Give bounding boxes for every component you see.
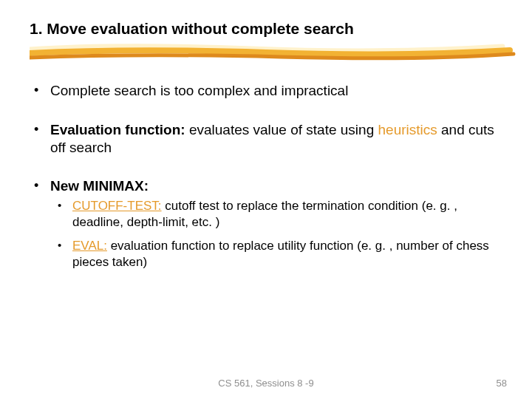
eval-sub-rest: evaluation function to replace utility f… [72, 239, 489, 269]
slide: 1. Move evaluation without complete sear… [0, 0, 532, 399]
minimax-label: New MINIMAX: [50, 178, 149, 194]
stripe-svg [30, 42, 517, 64]
bullet-complete-search: Complete search is too complex and impra… [30, 82, 502, 100]
eval-lead: Evaluation function: [50, 122, 185, 137]
bullet-text: Complete search is too complex and impra… [50, 83, 348, 98]
bullet-evaluation-function: Evaluation function: evaluates value of … [30, 121, 502, 157]
bullet-new-minimax: New MINIMAX: [30, 177, 502, 195]
slide-title: 1. Move evaluation without complete sear… [30, 19, 502, 38]
sub-cutoff-test: CUTOFF-TEST: cutoff test to replace the … [50, 198, 502, 231]
title-stripe [30, 42, 502, 61]
footer-page-number: 58 [497, 378, 507, 389]
eval-sub-lead: EVAL: [72, 239, 107, 253]
eval-heuristics: heuristics [378, 122, 437, 137]
sub-eval: EVAL: evaluation function to replace uti… [50, 238, 502, 270]
eval-mid: evaluates value of state using [185, 122, 378, 137]
cutoff-lead: CUTOFF-TEST: [72, 199, 162, 213]
slide-body: Complete search is too complex and impra… [30, 82, 502, 270]
footer-course: CS 561, Sessions 8 -9 [0, 378, 532, 389]
sub-bullets: CUTOFF-TEST: cutoff test to replace the … [50, 198, 502, 270]
